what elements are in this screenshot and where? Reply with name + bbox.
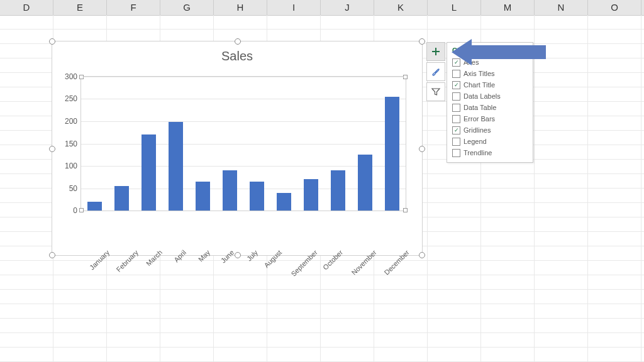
cell[interactable]: [267, 333, 321, 347]
cell[interactable]: [428, 15, 481, 29]
cell[interactable]: [535, 319, 588, 332]
cell[interactable]: [588, 102, 641, 116]
cell[interactable]: [588, 348, 641, 361]
cell[interactable]: [321, 304, 374, 318]
cell[interactable]: [535, 160, 588, 173]
cell[interactable]: [588, 217, 641, 231]
cell[interactable]: [321, 319, 374, 332]
cell[interactable]: [160, 319, 214, 332]
cell[interactable]: [0, 189, 53, 202]
bar[interactable]: [277, 193, 292, 211]
cell[interactable]: [588, 145, 641, 159]
cell[interactable]: [374, 319, 428, 332]
checkbox[interactable]: [452, 115, 460, 123]
cell[interactable]: [267, 290, 321, 304]
cell[interactable]: [267, 15, 321, 29]
cell[interactable]: [374, 15, 428, 29]
checkbox[interactable]: ✓: [452, 126, 460, 134]
cell[interactable]: [160, 304, 214, 318]
checkbox[interactable]: [452, 92, 460, 101]
cell[interactable]: [160, 275, 214, 289]
cell[interactable]: [588, 73, 641, 87]
cell[interactable]: [481, 217, 535, 231]
cell[interactable]: [0, 131, 53, 145]
cell[interactable]: [321, 290, 374, 304]
cell[interactable]: [107, 319, 160, 332]
bar[interactable]: [250, 182, 265, 211]
bar[interactable]: [196, 182, 211, 211]
cell[interactable]: [374, 333, 428, 347]
cell[interactable]: [588, 275, 641, 289]
column-header[interactable]: E: [53, 0, 107, 15]
cell[interactable]: [588, 319, 641, 332]
cell[interactable]: [53, 348, 107, 361]
column-header[interactable]: I: [267, 0, 321, 15]
cell[interactable]: [535, 102, 588, 116]
column-header[interactable]: M: [481, 0, 535, 15]
cell[interactable]: [535, 189, 588, 202]
plot-area[interactable]: 050100150200250300: [80, 76, 406, 211]
bar-series[interactable]: [81, 77, 406, 211]
cell[interactable]: [535, 304, 588, 318]
cell[interactable]: [535, 333, 588, 347]
cell[interactable]: [107, 15, 160, 29]
cell[interactable]: [0, 319, 53, 332]
cell[interactable]: [374, 290, 428, 304]
cell[interactable]: [0, 58, 53, 72]
column-header[interactable]: J: [321, 0, 374, 15]
chart-elements-button[interactable]: [426, 42, 445, 61]
cell[interactable]: [535, 290, 588, 304]
cell[interactable]: [535, 217, 588, 231]
cell[interactable]: [588, 58, 641, 72]
cell[interactable]: [107, 290, 160, 304]
flyout-item[interactable]: Data Table: [452, 102, 528, 113]
column-header[interactable]: N: [535, 0, 588, 15]
cell[interactable]: [588, 116, 641, 130]
cell[interactable]: [0, 348, 53, 361]
cell[interactable]: [535, 145, 588, 159]
cell[interactable]: [374, 348, 428, 361]
cell[interactable]: [481, 232, 535, 246]
checkbox[interactable]: ✓: [452, 81, 460, 89]
cell[interactable]: [214, 348, 267, 361]
cell[interactable]: [321, 15, 374, 29]
cell[interactable]: [588, 15, 641, 29]
flyout-item[interactable]: Error Bars: [452, 113, 528, 124]
cell[interactable]: [588, 261, 641, 275]
cell[interactable]: [481, 290, 535, 304]
cell[interactable]: [267, 319, 321, 332]
bar[interactable]: [87, 202, 103, 211]
cell[interactable]: [588, 131, 641, 145]
cell[interactable]: [321, 333, 374, 347]
cell[interactable]: [0, 246, 53, 260]
column-header[interactable]: O: [588, 0, 641, 15]
chart-styles-button[interactable]: [426, 62, 445, 81]
flyout-item[interactable]: Axis Titles: [452, 68, 528, 79]
cell[interactable]: [481, 246, 535, 260]
cell[interactable]: [588, 232, 641, 246]
cell[interactable]: [428, 232, 481, 246]
flyout-item[interactable]: Legend: [452, 136, 528, 147]
cell[interactable]: [374, 275, 428, 289]
cell[interactable]: [535, 348, 588, 361]
chart-object[interactable]: Sales 050100150200250300 JanuaryFebruary…: [52, 41, 423, 256]
bar[interactable]: [385, 97, 400, 211]
cell[interactable]: [160, 290, 214, 304]
cell[interactable]: [481, 275, 535, 289]
resize-handle[interactable]: [49, 38, 55, 45]
cell[interactable]: [0, 304, 53, 318]
column-header[interactable]: H: [214, 0, 267, 15]
cell[interactable]: [0, 87, 53, 101]
cell[interactable]: [0, 73, 53, 87]
cell[interactable]: [481, 203, 535, 217]
column-header[interactable]: F: [107, 0, 160, 15]
column-header[interactable]: G: [160, 0, 214, 15]
cell[interactable]: [428, 246, 481, 260]
cell[interactable]: [588, 160, 641, 173]
cell[interactable]: [0, 116, 53, 130]
cell[interactable]: [588, 246, 641, 260]
cell[interactable]: [588, 333, 641, 347]
cell[interactable]: [0, 145, 53, 159]
cell[interactable]: [107, 275, 160, 289]
chart-title[interactable]: Sales: [52, 41, 422, 67]
